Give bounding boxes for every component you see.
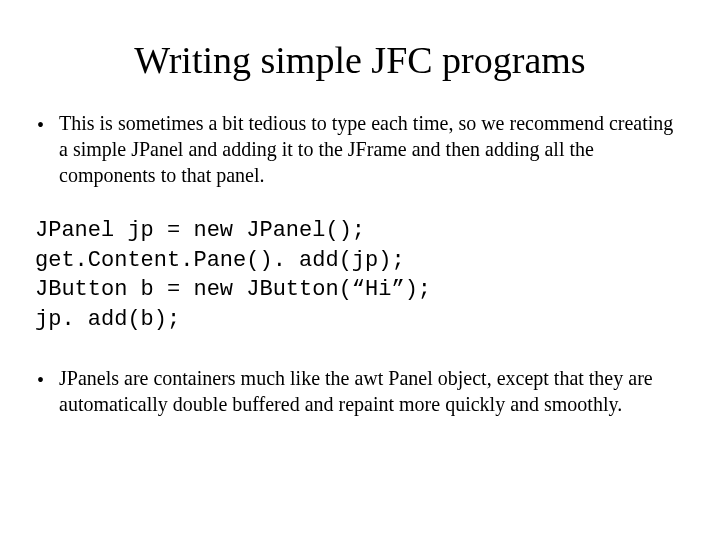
code-line: JButton b = new JButton(“Hi”); bbox=[35, 275, 685, 305]
bullet-marker: • bbox=[35, 365, 59, 393]
code-line: JPanel jp = new JPanel(); bbox=[35, 216, 685, 246]
bullet-list-top: • This is sometimes a bit tedious to typ… bbox=[35, 110, 685, 188]
code-line: get.Content.Pane(). add(jp); bbox=[35, 246, 685, 276]
slide-title: Writing simple JFC programs bbox=[35, 38, 685, 82]
code-block: JPanel jp = new JPanel(); get.Content.Pa… bbox=[35, 216, 685, 335]
bullet-item: • This is sometimes a bit tedious to typ… bbox=[35, 110, 685, 188]
bullet-list-bottom: • JPanels are containers much like the a… bbox=[35, 365, 685, 417]
bullet-item: • JPanels are containers much like the a… bbox=[35, 365, 685, 417]
code-line: jp. add(b); bbox=[35, 305, 685, 335]
bullet-text: JPanels are containers much like the awt… bbox=[59, 365, 685, 417]
bullet-text: This is sometimes a bit tedious to type … bbox=[59, 110, 685, 188]
bullet-marker: • bbox=[35, 110, 59, 138]
